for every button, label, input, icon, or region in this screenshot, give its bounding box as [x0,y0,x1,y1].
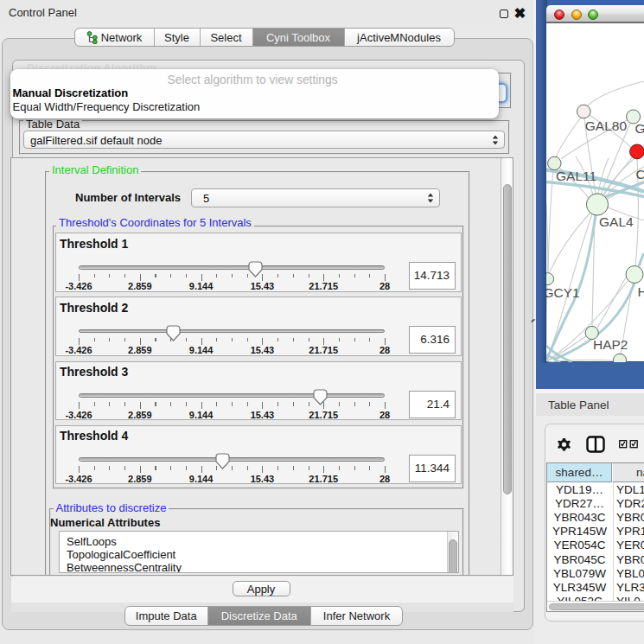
svg-text:H: H [638,284,644,299]
svg-text:GAL4: GAL4 [599,214,634,229]
svg-text:HAP2: HAP2 [593,337,628,352]
svg-text:CR: CR [636,167,644,182]
svg-text:GAL80: GAL80 [585,118,628,133]
svg-text:GAL11: GAL11 [556,169,596,183]
svg-text:GCY1: GCY1 [546,285,580,300]
svg-text:GA: GA [635,121,644,136]
